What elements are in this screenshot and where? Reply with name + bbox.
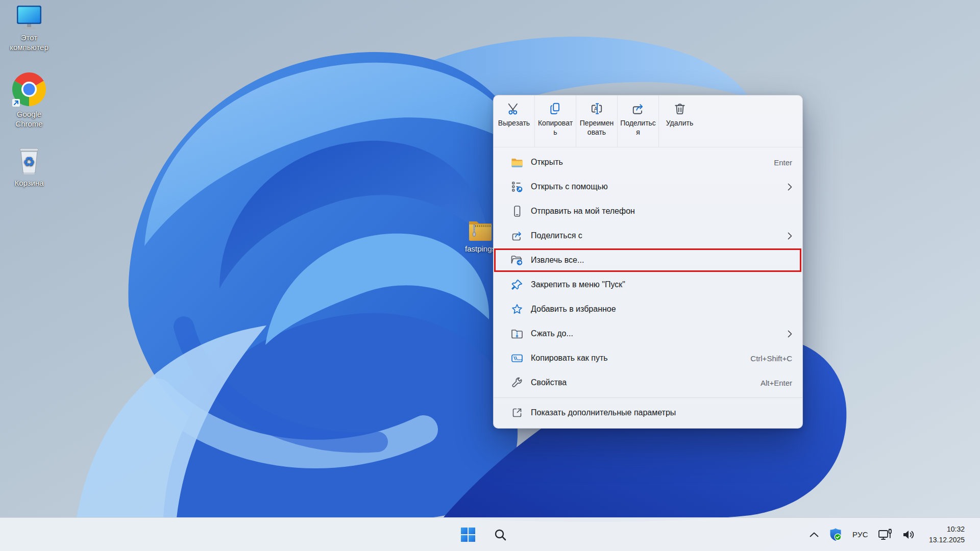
tray-chevron-button[interactable]	[808, 524, 820, 545]
desktop-icon-this-pc[interactable]: Этот компьютер	[4, 4, 55, 52]
delete-icon	[673, 102, 687, 115]
tray-clock[interactable]: 10:32 13.12.2025	[924, 524, 970, 545]
menu-item-label: Сжать до...	[531, 329, 573, 338]
phone-icon	[510, 205, 523, 217]
extract-all-icon	[510, 254, 523, 266]
chrome-icon	[11, 71, 47, 107]
wrench-icon	[510, 377, 523, 389]
desktop-icon-recycle-bin[interactable]: ♻ Корзина	[4, 144, 55, 188]
menu-item-label: Свойства	[531, 378, 567, 387]
start-button[interactable]	[458, 524, 478, 545]
menu-item-label: Копировать как путь	[531, 354, 608, 363]
context-menu-items: Открыть Enter Открыть с по	[494, 147, 802, 425]
clock-time: 10:32	[929, 524, 965, 535]
open-with-icon	[510, 181, 523, 193]
menu-item-shortcut: Alt+Enter	[761, 379, 792, 387]
menu-item-compress-to[interactable]: Сжать до...	[494, 321, 802, 346]
language-label: РУС	[852, 530, 868, 539]
toolbar-label: Вырезать	[496, 118, 532, 128]
menu-item-extract-all[interactable]: Извлечь все...	[494, 248, 802, 272]
menu-item-send-to-phone[interactable]: Отправить на мой телефон	[494, 199, 802, 223]
system-tray: РУС	[808, 518, 970, 551]
chevron-up-icon	[810, 532, 819, 537]
desktop: Этот компьютер Google Chrome ♻	[0, 0, 980, 551]
menu-separator	[494, 397, 802, 398]
menu-item-label: Показать дополнительные параметры	[531, 408, 676, 417]
tray-volume-button[interactable]	[900, 524, 918, 545]
desktop-icon-label: Этот компьютер	[5, 33, 54, 52]
recycle-bin-icon: ♻	[16, 144, 42, 176]
menu-item-copy-as-path[interactable]: Копировать как путь Ctrl+Shift+C	[494, 346, 802, 370]
menu-item-label: Открыть	[531, 158, 563, 167]
cut-button[interactable]: Вырезать	[494, 95, 535, 147]
this-pc-icon	[14, 4, 44, 31]
menu-item-shortcut: Ctrl+Shift+C	[750, 354, 792, 363]
menu-item-add-to-favorites[interactable]: Добавить в избранное	[494, 297, 802, 321]
chevron-right-icon	[788, 183, 792, 191]
desktop-icon-label: Корзина	[14, 178, 43, 188]
taskbar: РУС	[0, 517, 980, 551]
security-shield-icon	[828, 527, 843, 542]
tray-network-button[interactable]	[876, 524, 894, 545]
chevron-right-icon	[788, 232, 792, 240]
menu-item-shortcut: Enter	[774, 158, 792, 167]
toolbar-label: Удалить	[664, 118, 696, 128]
zip-file-icon	[468, 218, 493, 242]
svg-text:♻: ♻	[23, 154, 35, 169]
folder-open-icon	[510, 157, 523, 168]
windows-start-icon	[461, 528, 475, 542]
copy-path-icon	[510, 352, 523, 364]
desktop-file-label: fastpings	[465, 244, 496, 253]
wallpaper-bloom	[0, 0, 980, 551]
pin-icon	[510, 279, 523, 291]
toolbar-label: Поделиться	[618, 118, 658, 137]
show-more-icon	[510, 407, 523, 419]
search-button[interactable]	[490, 524, 510, 545]
menu-item-open-with[interactable]: Открыть с помощью	[494, 174, 802, 199]
rename-button[interactable]: A Переименовать	[576, 95, 618, 147]
toolbar-label: Копировать	[535, 118, 576, 137]
copy-icon	[549, 102, 562, 115]
menu-item-label: Отправить на мой телефон	[531, 207, 635, 216]
chevron-right-icon	[788, 330, 792, 338]
toolbar-label: Переименовать	[576, 118, 617, 137]
cut-icon	[507, 102, 521, 115]
network-icon	[877, 528, 893, 542]
delete-button[interactable]: Удалить	[659, 95, 700, 147]
tray-security-button[interactable]	[826, 524, 845, 545]
desktop-icon-chrome[interactable]: Google Chrome	[4, 71, 55, 129]
menu-item-show-more-options[interactable]: Показать дополнительные параметры	[494, 400, 802, 425]
desktop-icon-label: Google Chrome	[5, 109, 54, 129]
star-icon	[510, 303, 523, 315]
menu-item-pin-to-start[interactable]: Закрепить в меню "Пуск"	[494, 272, 802, 297]
menu-item-label: Поделиться с	[531, 231, 582, 240]
context-menu: Вырезать Копировать A Переимен	[493, 95, 803, 429]
share-button[interactable]: Поделиться	[618, 95, 659, 147]
menu-item-label: Закрепить в меню "Пуск"	[531, 280, 625, 289]
share-icon	[631, 102, 645, 115]
rename-icon: A	[590, 102, 603, 115]
menu-item-label: Открыть с помощью	[531, 182, 608, 191]
menu-item-open[interactable]: Открыть Enter	[494, 150, 802, 174]
menu-item-label: Извлечь все...	[531, 256, 584, 265]
volume-icon	[902, 528, 916, 541]
context-menu-toolbar: Вырезать Копировать A Переимен	[494, 95, 802, 147]
clock-date: 13.12.2025	[929, 535, 965, 545]
share-with-icon	[510, 230, 523, 242]
zip-folder-icon	[510, 328, 523, 339]
tray-language-button[interactable]: РУС	[851, 524, 870, 545]
menu-item-label: Добавить в избранное	[531, 305, 616, 314]
menu-item-properties[interactable]: Свойства Alt+Enter	[494, 370, 802, 395]
copy-button[interactable]: Копировать	[535, 95, 576, 147]
search-icon	[494, 528, 507, 542]
menu-item-share-with[interactable]: Поделиться с	[494, 223, 802, 248]
